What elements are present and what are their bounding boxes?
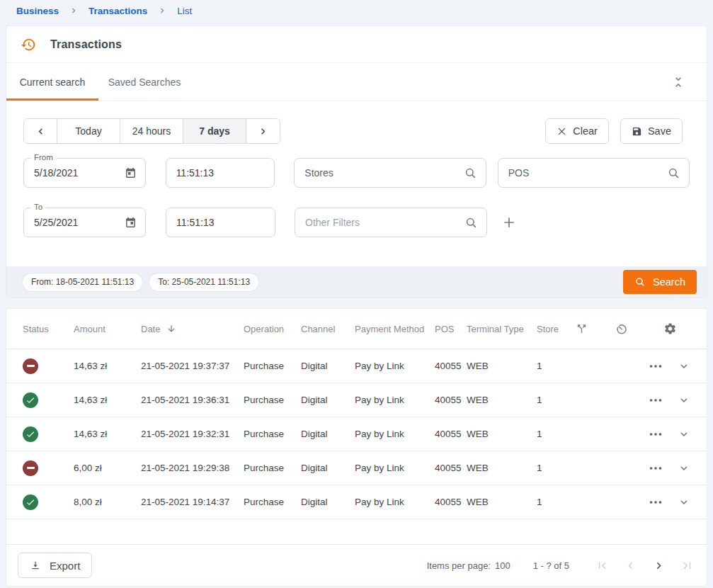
next-page-button[interactable]: [644, 551, 673, 579]
to-filter-chip[interactable]: To: 25-05-2021 11:51:13: [149, 273, 259, 292]
cell-operation: Purchase: [244, 361, 301, 371]
more-actions-icon[interactable]: [648, 358, 663, 374]
col-header-amount[interactable]: Amount: [74, 324, 141, 334]
first-page-button[interactable]: [588, 551, 616, 579]
col-header-channel[interactable]: Channel: [301, 324, 355, 334]
expand-row-icon[interactable]: [678, 394, 690, 407]
save-label: Save: [648, 125, 671, 137]
cell-payment-method: Pay by Link: [355, 497, 435, 507]
status-icon: [23, 392, 38, 408]
more-actions-icon[interactable]: [648, 426, 663, 442]
save-button[interactable]: Save: [620, 118, 683, 144]
split-columns-icon[interactable]: [576, 323, 588, 335]
calendar-icon[interactable]: [125, 217, 137, 229]
from-date-field[interactable]: From 5/18/2021: [23, 158, 146, 188]
more-actions-icon[interactable]: [648, 392, 663, 408]
table-footer: Export Items per page: 100 1 - ? of 5: [6, 545, 707, 586]
search-label: Search: [653, 276, 685, 288]
to-date-field[interactable]: To 5/25/2021: [23, 208, 146, 237]
table-row[interactable]: 14,63 zł 21-05-2021 19:37:37 Purchase Di…: [6, 349, 707, 383]
results-table: Status Amount Date Operation Channel Pay…: [6, 308, 707, 587]
search-icon[interactable]: [464, 166, 477, 180]
items-per-page-value[interactable]: 100: [495, 560, 510, 571]
clear-label: Clear: [573, 125, 598, 137]
cell-pos: 40055: [435, 361, 467, 371]
export-button[interactable]: Export: [18, 553, 92, 578]
tab-bar: Current search Saved Searches: [6, 63, 707, 101]
gear-icon[interactable]: [663, 322, 677, 336]
paginator-range: 1 - ? of 5: [533, 560, 569, 571]
tab-current-search[interactable]: Current search: [6, 63, 98, 101]
export-label: Export: [50, 560, 80, 572]
more-actions-icon[interactable]: [648, 494, 663, 510]
add-filter-button[interactable]: [501, 214, 518, 231]
cell-channel: Digital: [301, 463, 355, 473]
pos-placeholder: POS: [508, 167, 667, 179]
range-24hours-button[interactable]: 24 hours: [120, 119, 183, 143]
table-row[interactable]: 14,63 zł 21-05-2021 19:32:31 Purchase Di…: [6, 417, 707, 451]
other-filters-placeholder: Other Filters: [305, 217, 464, 228]
cell-pos: 40055: [435, 429, 467, 439]
collapse-icon[interactable]: [670, 74, 687, 91]
search-button[interactable]: Search: [623, 270, 697, 294]
page-title: Transactions: [50, 38, 122, 51]
col-header-terminal-type[interactable]: Terminal Type: [467, 324, 537, 334]
col-header-payment-method[interactable]: Payment Method: [355, 324, 435, 334]
other-filters-field[interactable]: Other Filters: [295, 208, 487, 237]
col-header-store[interactable]: Store: [537, 324, 573, 334]
table-row[interactable]: 6,00 zł 21-05-2021 19:29:38 Purchase Dig…: [6, 451, 707, 485]
last-page-button[interactable]: [673, 551, 701, 579]
pos-field[interactable]: POS: [498, 158, 690, 188]
applied-filters-bar: From: 18-05-2021 11:51:13 To: 25-05-2021…: [6, 266, 707, 298]
more-actions-icon[interactable]: [648, 460, 663, 476]
cell-operation: Purchase: [244, 497, 301, 507]
table-row[interactable]: 14,63 zł 21-05-2021 19:36:31 Purchase Di…: [6, 383, 707, 417]
to-time-field[interactable]: 11:51:13: [166, 208, 275, 237]
to-date-value: 5/25/2021: [34, 217, 125, 228]
range-next-button[interactable]: [246, 119, 280, 143]
cell-date: 21-05-2021 19:36:31: [141, 395, 244, 405]
calendar-icon[interactable]: [125, 167, 137, 179]
clear-button[interactable]: Clear: [545, 118, 609, 144]
search-icon[interactable]: [464, 216, 478, 230]
range-prev-button[interactable]: [24, 119, 57, 143]
expand-row-icon[interactable]: [678, 462, 690, 475]
status-icon: [23, 358, 38, 374]
status-icon: [23, 460, 38, 476]
cell-date: 21-05-2021 19:37:37: [141, 361, 244, 371]
tab-saved-searches[interactable]: Saved Searches: [98, 63, 190, 101]
col-header-pos[interactable]: POS: [435, 324, 467, 334]
paginator: Items per page: 100 1 - ? of 5: [427, 551, 701, 579]
stores-field[interactable]: Stores: [294, 158, 486, 188]
history-icon: [21, 37, 36, 52]
tab-label: Current search: [20, 77, 86, 88]
expand-row-icon[interactable]: [678, 360, 690, 373]
table-empty-space: [6, 519, 707, 545]
breadcrumb-business[interactable]: Business: [16, 6, 59, 16]
from-time-field[interactable]: 11:51:13: [166, 158, 275, 188]
expand-row-icon[interactable]: [678, 428, 690, 441]
range-today-button[interactable]: Today: [57, 119, 120, 143]
cell-channel: Digital: [301, 395, 355, 405]
stores-placeholder: Stores: [304, 167, 463, 179]
cell-terminal-type: WEB: [467, 497, 537, 507]
timer-icon[interactable]: [615, 322, 628, 335]
cell-terminal-type: WEB: [467, 361, 537, 371]
cell-payment-method: Pay by Link: [355, 429, 435, 439]
cell-store: 1: [537, 463, 573, 473]
search-icon[interactable]: [667, 166, 680, 180]
cell-date: 21-05-2021 19:32:31: [141, 429, 244, 439]
breadcrumb-transactions[interactable]: Transactions: [89, 6, 147, 16]
expand-row-icon[interactable]: [678, 496, 690, 509]
col-header-status[interactable]: Status: [6, 324, 74, 334]
breadcrumb-list[interactable]: List: [177, 6, 192, 16]
table-row[interactable]: 8,00 zł 21-05-2021 19:14:37 Purchase Dig…: [6, 485, 707, 519]
col-header-operation[interactable]: Operation: [244, 324, 301, 334]
previous-page-button[interactable]: [616, 551, 644, 579]
breadcrumb: Business Transactions List: [0, 0, 713, 21]
col-header-date[interactable]: Date: [141, 324, 244, 334]
search-icon: [634, 276, 646, 288]
cell-operation: Purchase: [244, 429, 301, 439]
from-filter-chip[interactable]: From: 18-05-2021 11:51:13: [22, 273, 143, 292]
range-7days-button[interactable]: 7 days: [183, 119, 246, 143]
